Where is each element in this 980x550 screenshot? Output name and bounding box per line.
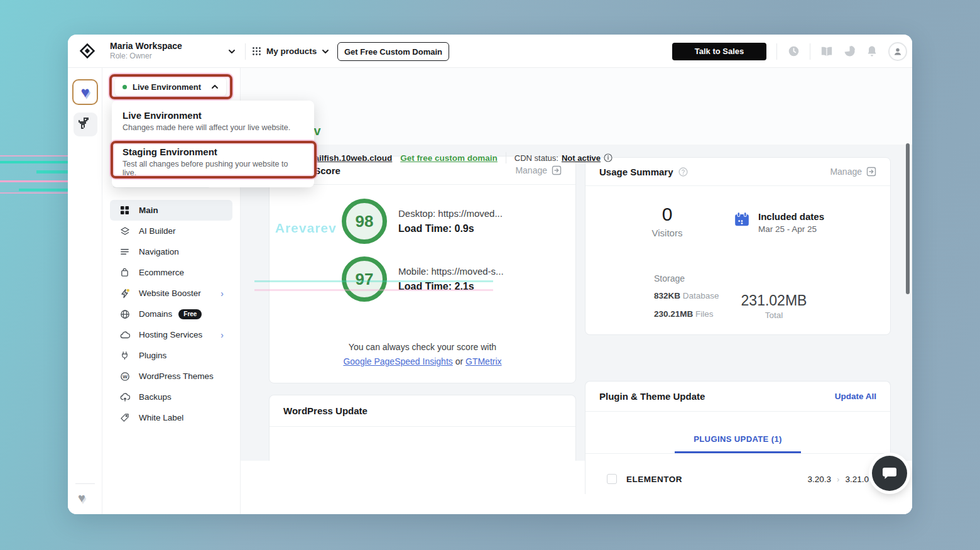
- svg-text:W: W: [122, 373, 128, 379]
- vertical-scrollbar[interactable]: [906, 143, 910, 294]
- mobile-score-row: 97 Mobile: https://moved-s... Load Time:…: [342, 256, 504, 302]
- chevron-right-icon: ›: [837, 475, 839, 484]
- manage-arrow-icon: [552, 165, 562, 175]
- divider: [75, 483, 95, 484]
- update-all-link[interactable]: Update All: [835, 392, 876, 401]
- desktop-score-circle: 98: [342, 199, 387, 244]
- sidebar-item-ecommerce[interactable]: Ecommerce: [110, 262, 232, 283]
- files-value: 230.21MB: [654, 309, 693, 319]
- sidebar-item-backups[interactable]: Backups: [110, 387, 232, 407]
- speed-score-footer: You can always check your score with Goo…: [270, 340, 575, 369]
- plugin-checkbox[interactable]: [607, 474, 617, 484]
- calendar-icon: [734, 211, 750, 228]
- sidebar-item-plugins[interactable]: Plugins: [110, 345, 232, 366]
- tag-icon: [119, 412, 130, 423]
- desktop-background: Maria Workspace Role: Owner My products: [0, 0, 980, 550]
- my-products-menu[interactable]: My products: [252, 35, 329, 68]
- included-dates: Included dates Mar 25 - Apr 25: [734, 211, 824, 234]
- sidebar-item-label: White Label: [139, 413, 183, 422]
- dropdown-option-live-environment[interactable]: Live Environment Changes made here will …: [112, 103, 314, 140]
- card-title: WordPress Update: [283, 405, 368, 416]
- sidebar-item-hosting-services[interactable]: Hosting Services ›: [110, 324, 232, 345]
- chevron-right-icon: ›: [220, 330, 224, 340]
- history-clock-icon[interactable]: [787, 45, 800, 58]
- notifications-bell-icon[interactable]: [866, 45, 878, 58]
- storage-label: Storage: [654, 273, 685, 283]
- site-favicon-dino[interactable]: [74, 113, 97, 136]
- favorites-heart-icon[interactable]: ♥: [78, 492, 85, 504]
- visitors-stat: 0 Visitors: [645, 204, 689, 238]
- menu-lines-icon: [119, 246, 130, 257]
- usage-summary-card: Usage Summary Manage 0 Visitors: [585, 157, 891, 335]
- user-avatar[interactable]: [888, 42, 907, 61]
- storage-total: 231.02MB Total: [739, 292, 808, 320]
- usage-pie-icon[interactable]: [843, 45, 856, 58]
- option-description: Test all changes before pushing your web…: [122, 160, 303, 177]
- cloud-icon: [119, 329, 130, 340]
- usage-summary-manage-link[interactable]: Manage: [830, 167, 876, 177]
- heart-icon: ♥: [80, 85, 89, 100]
- workspace-role: Role: Owner: [110, 52, 182, 61]
- sidebar-menu: Main AI Builder Navigation: [102, 200, 240, 428]
- sidebar-item-domains[interactable]: Domains Free: [110, 304, 232, 324]
- get-free-custom-domain-link[interactable]: Get free custom domain: [400, 153, 498, 163]
- option-title: Live Environment: [122, 110, 303, 121]
- sidebar-item-label: Plugins: [139, 351, 166, 360]
- plugin-row-elementor: ELEMENTOR 3.20.3 › 3.21.0: [585, 474, 890, 484]
- plugin-tabs: PLUGINS UPDATE (1): [585, 433, 890, 454]
- plugin-theme-update-card: Plugin & Theme Update Update All PLUGINS…: [585, 381, 891, 494]
- get-free-custom-domain-button[interactable]: Get Free Custom Domain: [337, 42, 449, 61]
- card-header: WordPress Update: [270, 395, 575, 427]
- docs-book-icon[interactable]: [820, 45, 833, 58]
- wordpress-icon: W: [119, 371, 130, 382]
- card-title: Usage Summary: [599, 167, 673, 177]
- icon-rail: ♥ ♥: [68, 68, 102, 514]
- cdn-label: CDN status:: [514, 153, 558, 163]
- main-content: Arevarev Arevarev moved-sailfish.10web.c…: [241, 68, 912, 514]
- help-icon[interactable]: [678, 167, 688, 177]
- google-pagespeed-link[interactable]: Google PageSpeed Insights: [343, 356, 452, 366]
- sidebar-item-wordpress-themes[interactable]: W WordPress Themes: [110, 366, 232, 387]
- 10web-logo-icon[interactable]: [78, 41, 97, 60]
- chat-widget-button[interactable]: [872, 456, 907, 491]
- sidebar-item-main[interactable]: Main: [110, 200, 232, 221]
- main-grid-icon: [119, 205, 130, 216]
- sidebar-item-white-label[interactable]: White Label: [110, 407, 232, 428]
- site-favicon-heart-selected[interactable]: ♥: [72, 79, 98, 105]
- sidebar-item-ai-builder[interactable]: AI Builder: [110, 221, 232, 241]
- environment-selector-button[interactable]: Live Environment: [115, 77, 226, 96]
- desktop-score-row: 98 Desktop: https://moved... Load Time: …: [342, 199, 503, 244]
- plugin-versions: 3.20.3 › 3.21.0: [808, 475, 869, 484]
- sidebar-item-website-booster[interactable]: Website Booster ›: [110, 283, 232, 304]
- version-from: 3.20.3: [808, 475, 832, 484]
- chevron-down-icon: [322, 48, 329, 55]
- speed-score-manage-link[interactable]: Manage: [515, 165, 562, 175]
- gtmetrix-link[interactable]: GTMetrix: [466, 356, 502, 366]
- environment-selected-label: Live Environment: [133, 82, 205, 92]
- mobile-score-circle: 97: [342, 256, 387, 302]
- chevron-down-icon[interactable]: [228, 48, 236, 55]
- database-value: 832KB: [654, 291, 680, 300]
- database-label: Database: [683, 291, 719, 300]
- included-dates-value: Mar 25 - Apr 25: [758, 224, 824, 234]
- topbar-right-group: Talk to Sales: [672, 35, 907, 68]
- talk-to-sales-button[interactable]: Talk to Sales: [672, 43, 766, 60]
- speed-score-card: Speed Score Manage 98 Desktop: https://m…: [269, 156, 576, 383]
- info-icon[interactable]: [604, 153, 612, 162]
- layers-icon: [119, 226, 130, 236]
- free-badge: Free: [178, 309, 202, 319]
- visitors-value: 0: [645, 204, 689, 225]
- sidebar-item-label: WordPress Themes: [139, 371, 214, 381]
- dropdown-option-staging-environment[interactable]: Staging Environment Test all changes bef…: [112, 140, 314, 185]
- environment-dropdown-panel: Live Environment Changes made here will …: [112, 101, 314, 187]
- sidebar-item-label: AI Builder: [139, 226, 176, 236]
- booster-lightning-icon: [119, 288, 130, 299]
- sidebar-item-label: Hosting Services: [139, 330, 202, 339]
- workspace-selector[interactable]: Maria Workspace Role: Owner: [110, 41, 182, 62]
- cdn-value-link[interactable]: Not active: [562, 153, 601, 163]
- cloud-backup-icon: [119, 392, 130, 402]
- globe-icon: [119, 309, 130, 319]
- sidebar-item-navigation[interactable]: Navigation: [110, 241, 232, 262]
- sidebar-item-label: Backups: [139, 392, 172, 402]
- tab-plugins-update[interactable]: PLUGINS UPDATE (1): [694, 434, 782, 444]
